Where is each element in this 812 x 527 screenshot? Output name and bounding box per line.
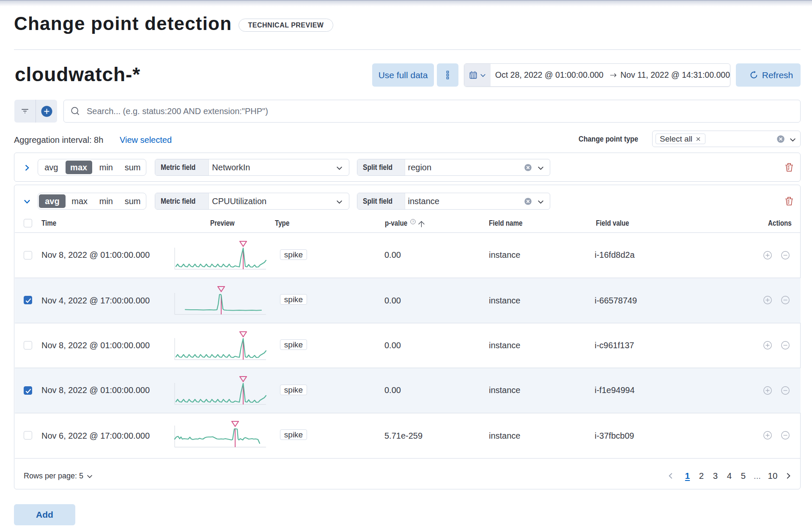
svg-text:?: ? <box>412 220 414 224</box>
